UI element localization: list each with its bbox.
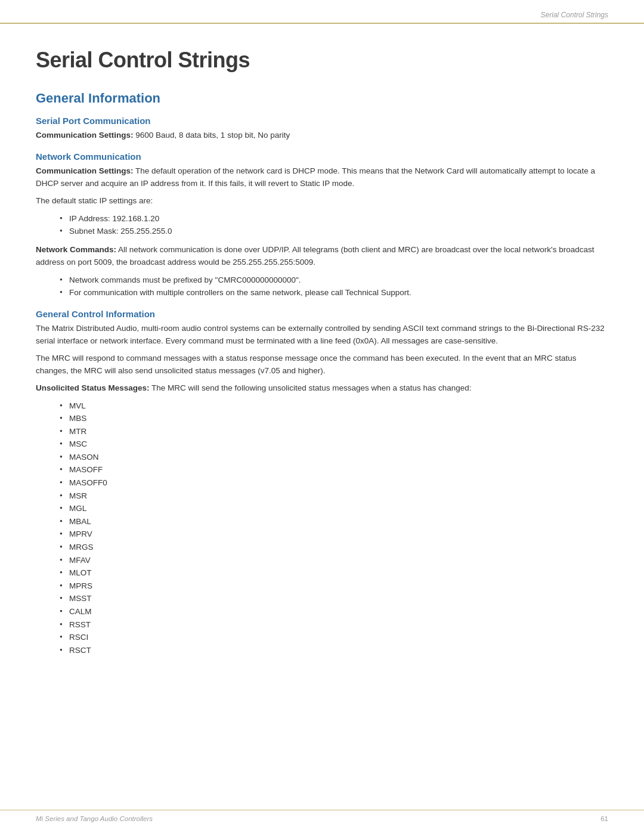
list-item: IP Address: 192.168.1.20 — [60, 212, 608, 225]
list-item: Subnet Mask: 255.255.255.0 — [60, 225, 608, 238]
list-item: MASON — [60, 451, 608, 464]
list-item: MPRS — [60, 580, 608, 593]
header-chapter-title: Serial Control Strings — [541, 11, 608, 19]
footer-right: 61 — [600, 815, 608, 822]
general-control-para1: The Matrix Distributed Audio, multi-room… — [36, 323, 608, 348]
list-item: RSST — [60, 618, 608, 631]
list-item: CALM — [60, 605, 608, 618]
list-item: MLOT — [60, 566, 608, 580]
list-item: MBAL — [60, 515, 608, 528]
list-item: Network commands must be prefixed by "CM… — [60, 274, 608, 287]
list-item: MSST — [60, 592, 608, 605]
list-item: MFAV — [60, 554, 608, 567]
list-item: MASOFF — [60, 463, 608, 476]
general-control-heading: General Control Information — [36, 309, 608, 319]
general-information-heading: General Information — [36, 91, 608, 106]
general-control-para2: The MRC will respond to command messages… — [36, 352, 608, 377]
network-commands-list: Network commands must be prefixed by "CM… — [36, 274, 608, 299]
unsolicited-body: The MRC will send the following unsolici… — [150, 383, 472, 392]
network-communication-heading: Network Communication — [36, 151, 608, 162]
bottom-rule — [0, 810, 644, 810]
main-content: Serial Control Strings General Informati… — [36, 36, 608, 797]
page-title: Serial Control Strings — [36, 48, 608, 73]
list-item: MSR — [60, 490, 608, 503]
list-item: MRGS — [60, 541, 608, 554]
unsolicited-text: Unsolicited Status Messages: The MRC wil… — [36, 382, 608, 395]
footer-left: Mi Series and Tango Audio Controllers — [36, 815, 153, 822]
network-commands-text: Network Commands: All network communicat… — [36, 244, 608, 269]
page-container: Serial Control Strings Serial Control St… — [0, 0, 644, 833]
serial-port-section: Serial Port Communication Communication … — [36, 116, 608, 142]
status-messages-list: MVL MBS MTR MSC MASON MASOFF MASOFF0 MSR… — [36, 400, 608, 657]
unsolicited-label: Unsolicited Status Messages: — [36, 383, 150, 392]
network-commands-body: All network communication is done over U… — [36, 245, 594, 267]
static-ip-list: IP Address: 192.168.1.20 Subnet Mask: 25… — [36, 212, 608, 238]
default-static-text: The default static IP settings are: — [36, 195, 608, 208]
serial-port-heading: Serial Port Communication — [36, 116, 608, 126]
list-item: MSC — [60, 438, 608, 451]
top-rule — [0, 23, 644, 24]
network-communication-section: Network Communication Communication Sett… — [36, 151, 608, 299]
serial-port-comm-text: Communication Settings: 9600 Baud, 8 dat… — [36, 129, 608, 142]
serial-port-comm-label: Communication Settings: — [36, 131, 134, 140]
list-item: MASOFF0 — [60, 476, 608, 490]
general-information-section: General Information Serial Port Communic… — [36, 91, 608, 657]
list-item: MVL — [60, 400, 608, 413]
network-commands-label: Network Commands: — [36, 245, 116, 254]
list-item: MTR — [60, 425, 608, 438]
network-comm-label: Communication Settings: — [36, 166, 134, 175]
list-item: MGL — [60, 502, 608, 515]
list-item: RSCI — [60, 631, 608, 644]
list-item: MPRV — [60, 528, 608, 541]
list-item: RSCT — [60, 644, 608, 657]
list-item: MBS — [60, 412, 608, 425]
list-item: For communication with multiple controll… — [60, 286, 608, 299]
network-comm-text: Communication Settings: The default oper… — [36, 165, 608, 190]
general-control-section: General Control Information The Matrix D… — [36, 309, 608, 657]
